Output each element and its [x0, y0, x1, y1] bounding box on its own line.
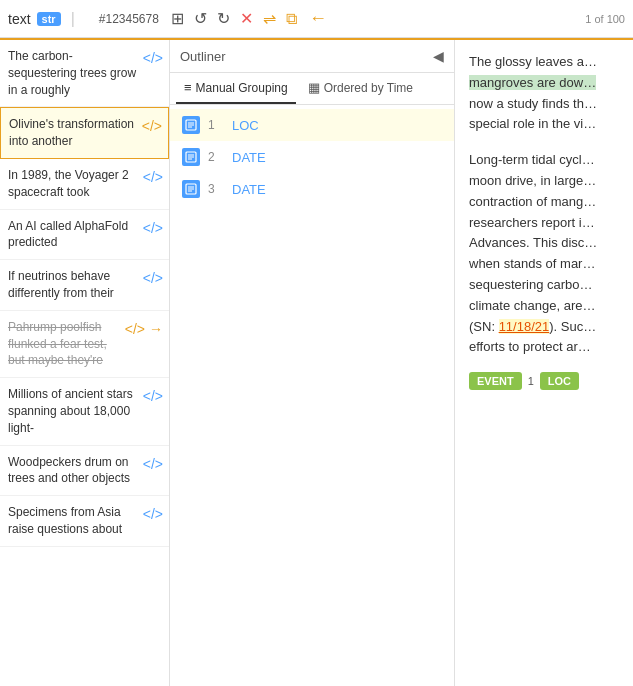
outliner-item[interactable]: 3 DATE — [170, 173, 454, 205]
redo-icon[interactable]: ↻ — [217, 9, 230, 28]
item-number: 1 — [208, 118, 224, 132]
grid-icon[interactable]: ⊞ — [171, 9, 184, 28]
outliner-header: Outliner ◀ — [170, 40, 454, 73]
right-panel: The glossy leaves a… mangroves are dow… … — [455, 40, 633, 686]
list-item-text: The carbon-sequestering trees grow in a … — [8, 48, 139, 98]
code-icon[interactable]: </> — [143, 270, 163, 286]
list-item[interactable]: Specimens from Asia raise questions abou… — [0, 496, 169, 547]
doc-icon — [185, 183, 197, 195]
list-item-text: Woodpeckers drum on trees and other obje… — [8, 454, 139, 488]
date-highlight: 11/18/21 — [499, 319, 550, 334]
outliner-item[interactable]: 2 DATE — [170, 141, 454, 173]
doc-icon — [185, 119, 197, 131]
code-icon[interactable]: </> — [143, 169, 163, 185]
undo-icon[interactable]: ↺ — [194, 9, 207, 28]
doc-icon — [185, 151, 197, 163]
list-item[interactable]: An AI called AlphaFold predicted </> — [0, 210, 169, 261]
list-item-text: Millions of ancient stars spanning about… — [8, 386, 139, 436]
outliner-items: 1 LOC 2 DATE 3 DATE — [170, 105, 454, 209]
collapse-icon[interactable]: ◀ — [433, 48, 444, 64]
split-icon[interactable]: ⇌ — [263, 9, 276, 28]
paragraph-1: The glossy leaves a… mangroves are dow… … — [469, 52, 619, 135]
item-label: DATE — [232, 150, 266, 165]
item-label: DATE — [232, 182, 266, 197]
entity-icon — [182, 148, 200, 166]
entity-icon — [182, 116, 200, 134]
event-tag-num: 1 — [528, 375, 534, 387]
code-icon[interactable]: </> — [143, 50, 163, 66]
list-item[interactable]: The carbon-sequestering trees grow in a … — [0, 40, 169, 107]
list-item[interactable]: Millions of ancient stars spanning about… — [0, 378, 169, 445]
toolbar-icons: ⊞ ↺ ↻ ✕ ⇌ ⧉ ← — [171, 8, 327, 29]
highlighted-text: mangroves are dow… — [469, 75, 596, 90]
code-icon[interactable]: </> — [143, 388, 163, 404]
entity-icon — [182, 180, 200, 198]
tab-ordered-by-time[interactable]: ▦ Ordered by Time — [300, 73, 421, 104]
list-item[interactable]: In 1989, the Voyager 2 spacecraft took <… — [0, 159, 169, 210]
document-id: #12345678 — [99, 12, 159, 26]
outliner-title: Outliner — [180, 49, 226, 64]
code-icon[interactable]: </> — [143, 506, 163, 522]
tab-manual-label: Manual Grouping — [196, 81, 288, 95]
tag-row: EVENT 1 LOC — [469, 372, 619, 390]
close-icon[interactable]: ✕ — [240, 9, 253, 28]
tab-manual-grouping[interactable]: ≡ Manual Grouping — [176, 73, 296, 104]
hamburger-icon: ≡ — [184, 80, 192, 95]
list-item-text: An AI called AlphaFold predicted — [8, 218, 139, 252]
code-icon[interactable]: </> — [125, 321, 145, 337]
arrow-icon: → — [149, 321, 163, 337]
paragraph-2: Long-term tidal cycl… moon drive, in lar… — [469, 150, 619, 358]
list-item-text: Olivine's transformation into another — [9, 116, 138, 150]
code-icon[interactable]: </> — [142, 118, 162, 134]
item-number: 2 — [208, 150, 224, 164]
list-item-text: If neutrinos behave differently from the… — [8, 268, 139, 302]
main-area: The carbon-sequestering trees grow in a … — [0, 40, 633, 686]
item-label: LOC — [232, 118, 259, 133]
top-bar: text str | #12345678 ⊞ ↺ ↻ ✕ ⇌ ⧉ ← 1 of … — [0, 0, 633, 38]
list-item[interactable]: Woodpeckers drum on trees and other obje… — [0, 446, 169, 497]
list-item[interactable]: Olivine's transformation into another </… — [0, 107, 169, 159]
code-icon[interactable]: </> — [143, 456, 163, 472]
loc-tag[interactable]: LOC — [540, 372, 579, 390]
outliner-tabs: ≡ Manual Grouping ▦ Ordered by Time — [170, 73, 454, 105]
list-item[interactable]: If neutrinos behave differently from the… — [0, 260, 169, 311]
code-icon[interactable]: </> — [143, 220, 163, 236]
copy-icon[interactable]: ⧉ — [286, 10, 297, 28]
top-bar-left: text str | — [8, 10, 75, 28]
text-label: text — [8, 11, 31, 27]
outliner-item[interactable]: 1 LOC — [170, 109, 454, 141]
list-item-text: Specimens from Asia raise questions abou… — [8, 504, 139, 538]
list-item-text: In 1989, the Voyager 2 spacecraft took — [8, 167, 139, 201]
list-item-text: Pahrump poolfish flunked a fear test, bu… — [8, 319, 121, 369]
tab-ordered-label: Ordered by Time — [324, 81, 413, 95]
str-badge: str — [37, 12, 61, 26]
arrow-right-indicator: ← — [309, 8, 327, 29]
page-count: 1 of 100 — [585, 13, 625, 25]
list-item[interactable]: Pahrump poolfish flunked a fear test, bu… — [0, 311, 169, 378]
outliner-panel: Outliner ◀ ≡ Manual Grouping ▦ Ordered b… — [170, 40, 455, 686]
calendar-icon: ▦ — [308, 80, 320, 95]
item-number: 3 — [208, 182, 224, 196]
event-tag[interactable]: EVENT — [469, 372, 522, 390]
text-list: The carbon-sequestering trees grow in a … — [0, 40, 170, 686]
